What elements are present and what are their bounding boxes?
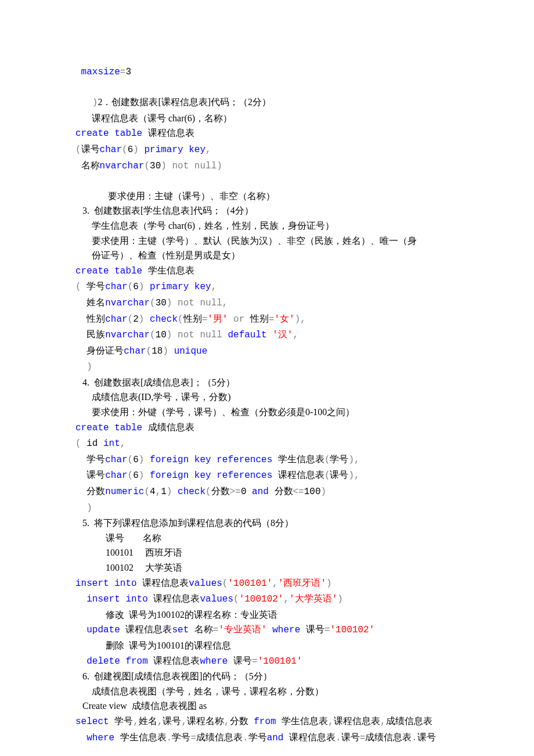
text-segment: where [267,625,301,635]
text-segment: '专业英语' [218,625,266,635]
text-segment: int [103,438,120,449]
text-segment: 分数 [211,487,230,497]
text-segment: 学生信息表 [276,717,329,727]
code-line: 课号char(6) foreign key references 课程信息表(课… [75,467,459,484]
text-segment: ( [150,298,156,308]
text-segment: 课号 [81,145,100,155]
text-segment: values [189,578,222,589]
text-segment: 30 [150,161,161,171]
text-segment: , [156,487,161,497]
text-segment: 课号 [341,733,360,743]
code-line: 课号 名称 [75,531,459,546]
text-segment: , [120,438,126,449]
text-segment: maxsize [75,67,120,77]
text-segment: , [283,594,289,604]
text-segment: '100102' [330,625,374,635]
text-segment: 4. 创建数据表[成绩信息表]；（5分） [75,377,235,387]
text-segment: nvarchar [100,161,145,171]
text-segment: 0 [241,487,252,497]
text-segment: ( [128,470,134,481]
code-line: 学号char(6) foreign key references 学生信息表(学… [75,452,459,468]
text-segment: check [150,314,178,325]
text-segment: 6 [133,455,139,465]
text-segment [75,82,78,92]
text-segment: '男' [207,314,228,325]
text-segment: '100101' [228,578,272,589]
text-segment: '100101' [258,656,302,667]
code-line: update 课程信息表set 名称='专业英语' where 课号='1001… [75,622,459,638]
text-segment: char [105,470,127,481]
text-segment: 2．创建数据表[课程信息表]代码；（2分） [98,97,271,107]
text-segment: , [211,282,217,292]
text-segment: 30 [156,298,167,308]
code-line: create table 课程信息表 [75,125,459,142]
text-segment: 性别 [183,314,202,325]
code-line: maxsize=3 [75,64,459,80]
code-line [75,174,459,189]
text-segment: ), [348,455,359,465]
text-segment: ) [161,161,172,171]
text-segment: 18 [151,346,163,357]
text-segment: 1 [161,487,167,497]
text-segment: 课程信息表 [148,594,200,604]
text-segment: 课号 [300,625,324,635]
text-segment: ) [167,298,178,308]
text-segment: from [254,717,276,727]
code-line: 4. 创建数据表[成绩信息表]；（5分） [75,375,459,390]
text-segment: 姓名 [75,298,105,308]
text-segment: ), [295,314,306,325]
code-line: 份证号）、检查（性别是男或是女） [75,248,459,263]
text-segment: , [133,717,139,727]
text-segment: 课程信息表 [283,733,335,743]
code-line [75,80,459,95]
text-segment: 6. 创建视图[成绩信息表视图]的代码；（5分） [75,671,272,681]
code-line: 100101 西班牙语 [75,545,459,560]
text-segment: 要求使用：外键（学号，课号）、检查（分数必须是0-100之间） [75,407,355,417]
text-segment: or [228,314,250,325]
code-line: 成绩信息表(ID,学号，课号，分数) [75,390,459,405]
text-segment: ( [75,282,81,292]
text-segment: 分数 [230,717,254,727]
text-segment: , [181,717,187,727]
code-line: select 学号,姓名,课号,课程名称,分数 from 学生信息表,课程信息表… [75,714,459,730]
text-segment: create table [75,423,142,433]
text-segment: 课号 [330,470,348,481]
text-segment: 分数 [75,487,105,497]
text-segment: , [272,578,278,589]
text-segment: 6 [133,282,139,292]
text-segment: ) [321,487,327,497]
code-line: 修改 课号为100102的课程名称：专业英语 [75,607,459,622]
code-line: 5. 将下列课程信息添加到课程信息表的代码（8分） [75,516,459,531]
code-line: 删除 课号为100101的课程信息 [75,638,459,653]
text-segment: ( [128,455,134,465]
code-line: 身份证号char(18) unique [75,343,459,359]
text-segment: 学生信息表 [272,455,324,465]
text-segment: not null [178,298,222,308]
code-line: ( 学号char(6) primary key, [75,279,459,295]
code-line: (课号char(6) primary key, [75,142,459,158]
text-segment: 课程信息表 [272,470,324,481]
code-line: 课程信息表（课号 char(6)，名称） [75,111,459,126]
text-segment: where [75,733,114,743]
text-segment: ) [139,455,150,465]
text-segment: char [105,282,127,292]
text-segment: 成绩信息表(ID,学号，课号，分数) [75,392,231,402]
text-segment: update [75,625,120,635]
text-segment: ( [144,161,150,171]
text-segment: , [380,717,386,727]
text-segment: '大学英语' [289,594,337,604]
text-segment: . [335,733,341,743]
text-segment: 课号 名称 [75,533,161,543]
text-segment: primary key [144,145,205,155]
code-line: delete from 课程信息表where 课号='100101' [75,653,459,669]
text-segment: not null [178,330,228,340]
text-segment: 课程信息表 [142,128,194,139]
code-line: 名称nvarchar(30) not null) [75,158,459,174]
text-segment: and [267,733,284,743]
text-segment: 要求使用：主键（课号）、非空（名称） [75,191,275,201]
text-segment: 删除 课号为100101的课程信息 [75,640,231,650]
text-segment: , [222,298,228,308]
text-segment: nvarchar [105,330,150,340]
text-segment: ) [217,161,222,171]
text-segment: default [228,330,272,340]
